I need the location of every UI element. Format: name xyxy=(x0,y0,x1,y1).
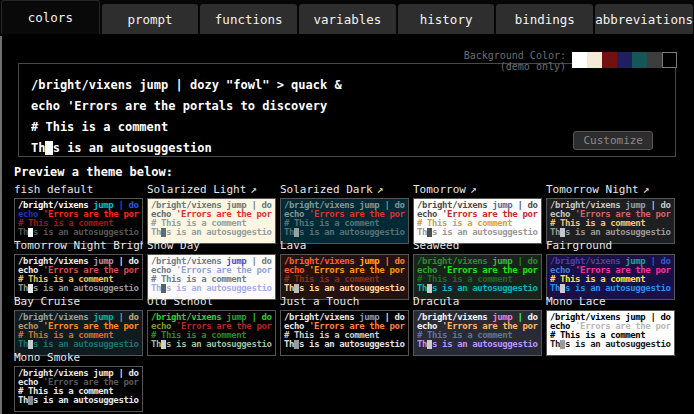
theme-card[interactable]: Bay Cruise/bright/vixens jump | dozy "fo… xyxy=(14,296,143,352)
token-quote-rest: "fowl" > quack & xyxy=(219,78,342,92)
token-autosuggestion: s is an autosuggestion xyxy=(166,284,272,293)
tab-colors[interactable]: colors xyxy=(1,0,100,34)
token-autosuggestion: s is an autosuggestion xyxy=(565,340,671,349)
token-autosuggestion: s is an autosuggestion xyxy=(432,284,538,293)
tab-functions[interactable]: functions xyxy=(200,4,297,34)
tab-prompt[interactable]: prompt xyxy=(102,4,199,34)
token-command2: dozy xyxy=(128,369,139,378)
theme-name[interactable]: Tomorrow Night Bright↗ xyxy=(14,240,143,253)
background-swatch-dark-gray[interactable] xyxy=(647,52,662,68)
tab-variables[interactable]: variables xyxy=(299,4,396,34)
theme-name[interactable]: fish default xyxy=(14,184,143,197)
mini-terminal: /bright/vixens jump | dozy "fowl" > quac… xyxy=(14,198,143,244)
token-autosuggestion: Th xyxy=(151,284,161,293)
background-swatch-white[interactable] xyxy=(572,52,587,68)
theme-card[interactable]: Solarized Dark↗/bright/vixens jump | doz… xyxy=(280,184,409,240)
token-autosuggestion: s is an autosuggestion xyxy=(166,228,272,237)
theme-name[interactable]: Tomorrow↗ xyxy=(413,184,542,197)
token-command: jump xyxy=(93,257,113,266)
theme-card[interactable]: fish default/bright/vixens jump | dozy "… xyxy=(14,184,143,240)
customize-button[interactable]: Customize xyxy=(573,131,653,150)
token-string: 'Errors are the portals to discovery xyxy=(442,210,538,219)
theme-name[interactable]: Bay Cruise xyxy=(14,296,143,309)
theme-card[interactable]: Seaweed/bright/vixens jump | dozy "fowl"… xyxy=(413,240,542,296)
theme-name[interactable]: Solarized Dark↗ xyxy=(280,184,409,197)
theme-name[interactable]: Solarized Light↗ xyxy=(147,184,276,197)
theme-card[interactable]: Tomorrow Night↗/bright/vixens jump | doz… xyxy=(546,184,675,240)
token-path: /bright/vixens xyxy=(18,257,93,266)
token-pipe: | xyxy=(379,257,394,266)
theme-card[interactable]: Snow Day/bright/vixens jump | dozy "fowl… xyxy=(147,240,276,296)
theme-name[interactable]: Snow Day xyxy=(147,240,276,253)
token-string: 'Errors are the portals to discovery xyxy=(43,210,139,219)
theme-name[interactable]: Mono Lace xyxy=(546,296,675,309)
tab-history[interactable]: history xyxy=(398,4,495,34)
token-path: /bright/vixens xyxy=(284,201,359,210)
tab-bindings[interactable]: bindings xyxy=(496,4,593,34)
token-autosuggestion: Th xyxy=(417,284,427,293)
theme-name[interactable]: Fairground xyxy=(546,240,675,253)
mini-terminal: /bright/vixens jump | dozy "fowl" > quac… xyxy=(147,310,276,356)
theme-card[interactable]: Dracula/bright/vixens jump | dozy "fowl"… xyxy=(413,296,542,352)
external-link-icon[interactable]: ↗ xyxy=(643,184,650,196)
token-string: 'Errors are the portals to discovery xyxy=(43,322,139,331)
theme-name[interactable]: Dracula xyxy=(413,296,542,309)
theme-card[interactable]: Mono Smoke/bright/vixens jump | dozy "fo… xyxy=(14,352,143,408)
token-autosuggestion: Th xyxy=(18,284,28,293)
token-string: 'Errors are the portals to discovery xyxy=(176,210,272,219)
theme-card[interactable]: Fairground/bright/vixens jump | dozy "fo… xyxy=(546,240,675,296)
background-swatch-row xyxy=(572,52,677,68)
token-comment: # This is a comment xyxy=(417,219,512,228)
token-comment: # This is a comment xyxy=(151,331,246,340)
token-command: jump xyxy=(226,257,246,266)
theme-name[interactable]: Lava xyxy=(280,240,409,253)
mini-terminal: /bright/vixens jump | dozy "fowl" > quac… xyxy=(280,254,409,300)
theme-card[interactable]: Just a Touch/bright/vixens jump | dozy "… xyxy=(280,296,409,352)
theme-name[interactable]: Old School xyxy=(147,296,276,309)
theme-card[interactable]: Old School/bright/vixens jump | dozy "fo… xyxy=(147,296,276,352)
background-swatch-black[interactable] xyxy=(662,52,677,68)
theme-card[interactable]: Tomorrow↗/bright/vixens jump | dozy "fow… xyxy=(413,184,542,240)
token-string: 'Errors are the portals to discovery xyxy=(309,322,405,331)
theme-card[interactable]: Tomorrow Night Bright↗/bright/vixens jum… xyxy=(14,240,143,296)
token-pipe: | xyxy=(113,369,128,378)
token-echo: echo xyxy=(550,322,575,331)
token-command2: dozy xyxy=(128,201,139,210)
theme-name[interactable]: Seaweed xyxy=(413,240,542,253)
token-command: jump xyxy=(226,201,246,210)
background-swatch-teal[interactable] xyxy=(632,52,647,68)
token-command: jump xyxy=(359,257,379,266)
token-comment: # This is a comment xyxy=(18,219,113,228)
theme-name[interactable]: Tomorrow Night↗ xyxy=(546,184,675,197)
token-string: 'Errors are the portals to discovery xyxy=(442,322,538,331)
mini-terminal: /bright/vixens jump | dozy "fowl" > quac… xyxy=(413,198,542,244)
theme-card[interactable]: Solarized Light↗/bright/vixens jump | do… xyxy=(147,184,276,240)
theme-card[interactable]: Mono Lace/bright/vixens jump | dozy "fow… xyxy=(546,296,675,352)
tab-abbreviations[interactable]: abbreviations xyxy=(595,4,693,34)
token-autosuggestion: Th xyxy=(18,228,28,237)
token-command2: dozy xyxy=(261,257,272,266)
theme-name[interactable]: Just a Touch xyxy=(280,296,409,309)
background-swatch-ivory[interactable] xyxy=(587,52,602,68)
token-pipe: | xyxy=(379,201,394,210)
token-comment: # This is a comment xyxy=(417,331,512,340)
theme-card[interactable]: Lava/bright/vixens jump | dozy "fowl" > … xyxy=(280,240,409,296)
theme-name[interactable]: Mono Smoke xyxy=(14,352,143,365)
external-link-icon[interactable]: ↗ xyxy=(250,184,257,196)
token-command: jump xyxy=(226,313,246,322)
theme-grid: fish default/bright/vixens jump | dozy "… xyxy=(14,184,675,408)
background-swatch-dark-red[interactable] xyxy=(602,52,617,68)
token-autosuggestion: Th xyxy=(31,141,45,155)
token-autosuggestion: s is an autosuggestion xyxy=(432,340,538,349)
background-swatch-navy[interactable] xyxy=(617,52,632,68)
token-path: /bright/vixens xyxy=(417,257,492,266)
token-command2: dozy xyxy=(394,257,405,266)
external-link-icon[interactable]: ↗ xyxy=(377,184,384,196)
external-link-icon[interactable]: ↗ xyxy=(470,184,477,196)
token-comment: # This is a comment xyxy=(284,331,379,340)
token-string: 'Errors are the portals to discovery xyxy=(575,322,671,331)
mini-terminal: /bright/vixens jump | dozy "fowl" > quac… xyxy=(14,310,143,356)
token-command: jump xyxy=(93,369,113,378)
background-color-label: Background Color: (demo only) xyxy=(464,50,566,72)
token-command2: dozy xyxy=(527,313,538,322)
